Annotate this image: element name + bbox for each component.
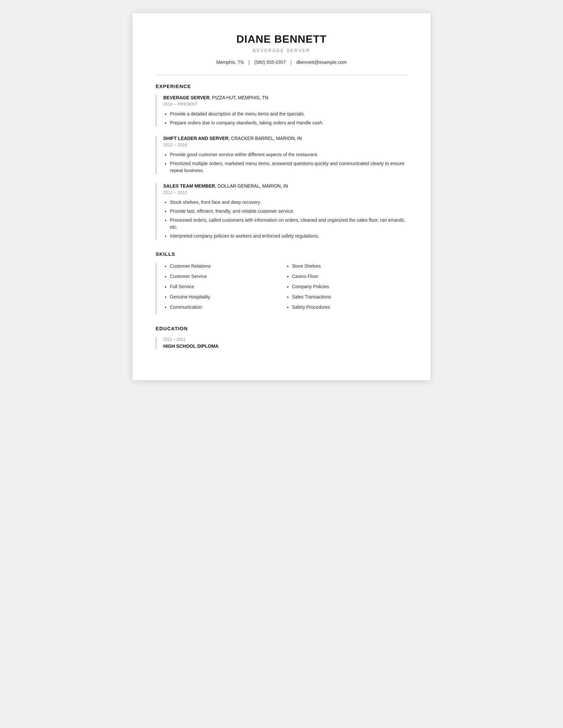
contact-email: dbennett@example.com <box>297 60 347 65</box>
skill-8: Company Policies <box>292 283 408 290</box>
skills-column-1: Customer Relations Customer Service Full… <box>163 263 286 314</box>
bullet-3-3: Processed orders, called customers with … <box>170 217 407 231</box>
header-divider <box>156 75 407 75</box>
skill-5: Communication <box>170 304 286 311</box>
skills-section: SKILLS Customer Relations Customer Servi… <box>156 251 407 314</box>
skill-7: Casino Floor <box>292 273 408 280</box>
education-item-1: 2011 – 2011 HIGH SCHOOL DIPLOMA <box>156 337 407 349</box>
job-title-2: SHIFT LEADER AND SERVER <box>163 136 228 141</box>
education-section: EDUCATION 2011 – 2011 HIGH SCHOOL DIPLOM… <box>156 326 407 349</box>
job-company-1: , PIZZA HUT, MEMPHIS, TN <box>210 95 268 100</box>
skill-6: Store Shelves <box>292 263 408 270</box>
skill-3: Full Service <box>170 283 286 290</box>
education-section-title: EDUCATION <box>156 326 407 331</box>
header: DIANE BENNETT BEVERAGE SERVER Memphis, T… <box>156 33 407 65</box>
candidate-name: DIANE BENNETT <box>156 33 407 45</box>
job-company-3: , DOLLAR GENERAL, MARION, IN <box>215 183 288 189</box>
skills-content: Customer Relations Customer Service Full… <box>156 263 407 314</box>
bullet-2-2: Prioritized multiple orders, marketed me… <box>170 160 407 174</box>
skill-1: Customer Relations <box>170 263 286 270</box>
skill-2: Customer Service <box>170 273 286 280</box>
job-company-2: , CRACKER BARREL, MARION, IN <box>228 136 302 141</box>
experience-section: EXPERIENCE BEVERAGE SERVER, PIZZA HUT, M… <box>156 83 407 240</box>
edu-date-1: 2011 – 2011 <box>163 337 407 342</box>
contact-location: Memphis, TN <box>216 60 244 65</box>
skill-10: Safety Procedures <box>292 304 408 311</box>
bullet-1-1: Provide a detailed description of the me… <box>170 111 407 117</box>
resume-page: DIANE BENNETT BEVERAGE SERVER Memphis, T… <box>132 13 431 380</box>
job-date-3: 2011 – 2012 <box>163 190 407 195</box>
job-bullets-2: Provide good customer service within dif… <box>163 151 407 174</box>
job-date-2: 2012 – 2018 <box>163 143 407 147</box>
experience-section-title: EXPERIENCE <box>156 83 407 89</box>
skill-9: Sales Transactions <box>292 294 408 300</box>
job-item-3: SALES TEAM MEMBER, DOLLAR GENERAL, MARIO… <box>156 183 407 240</box>
job-date-1: 2018 – PRESENT <box>163 102 407 107</box>
job-item-1: BEVERAGE SERVER, PIZZA HUT, MEMPHIS, TN … <box>156 95 407 126</box>
skills-columns: Customer Relations Customer Service Full… <box>163 263 407 314</box>
job-bullets-1: Provide a detailed description of the me… <box>163 111 407 126</box>
job-title-line-2: SHIFT LEADER AND SERVER, CRACKER BARREL,… <box>163 136 407 141</box>
separator-1: | <box>248 60 250 65</box>
contact-phone: (580) 555-0357 <box>254 60 286 65</box>
job-title-3: SALES TEAM MEMBER <box>163 183 215 189</box>
candidate-title: BEVERAGE SERVER <box>156 48 407 53</box>
contact-info: Memphis, TN | (580) 555-0357 | dbennett@… <box>156 60 407 65</box>
edu-degree-1: HIGH SCHOOL DIPLOMA <box>163 343 407 349</box>
bullet-1-2: Prepare orders due to company standards,… <box>170 119 407 126</box>
bullet-2-1: Provide good customer service within dif… <box>170 151 407 158</box>
job-bullets-3: Stock shelves, front face and deep recov… <box>163 199 407 240</box>
separator-2: | <box>291 60 292 65</box>
bullet-3-4: Interpreted company policies to workers … <box>170 233 407 240</box>
skills-section-title: SKILLS <box>156 251 407 257</box>
bullet-3-1: Stock shelves, front face and deep recov… <box>170 199 407 206</box>
skill-4: Genuine Hospitality <box>170 294 286 300</box>
job-title-1: BEVERAGE SERVER <box>163 95 210 100</box>
job-title-line-1: BEVERAGE SERVER, PIZZA HUT, MEMPHIS, TN <box>163 95 407 100</box>
skills-column-2: Store Shelves Casino Floor Company Polic… <box>286 263 408 314</box>
job-title-line-3: SALES TEAM MEMBER, DOLLAR GENERAL, MARIO… <box>163 183 407 189</box>
job-item-2: SHIFT LEADER AND SERVER, CRACKER BARREL,… <box>156 136 407 174</box>
bullet-3-2: Provide fast, efficient, friendly, and r… <box>170 208 407 215</box>
